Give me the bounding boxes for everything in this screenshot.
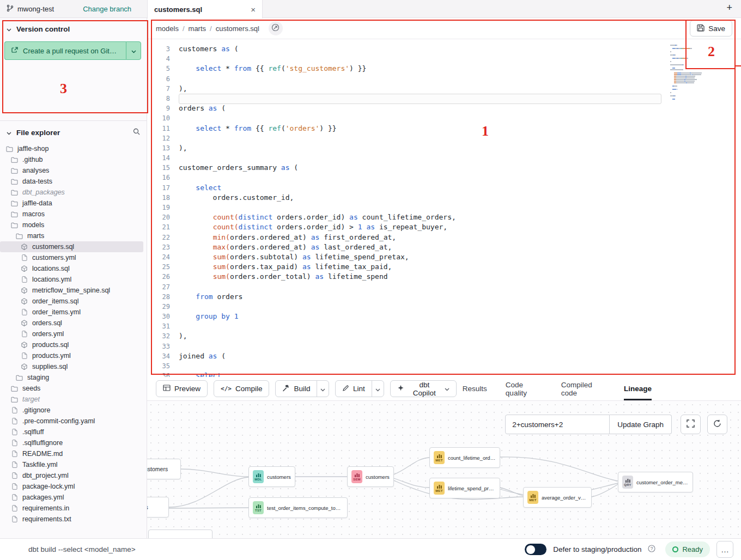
tree-item-models[interactable]: models [0, 220, 143, 230]
tree-item-customers.sql[interactable]: customers.sql [0, 241, 143, 252]
tree-item-data-tests[interactable]: data-tests [0, 176, 143, 187]
lineage-node-stg_customers[interactable]: stg_customers [147, 459, 181, 479]
lint-options-button[interactable] [372, 381, 384, 397]
code-line-5[interactable]: 5 select * from {{ ref('stg_customers') … [147, 64, 741, 74]
tree-item-packages.yml[interactable]: packages.yml [0, 492, 143, 503]
tree-item-.github[interactable]: .github [0, 154, 143, 165]
lineage-selector-input[interactable] [505, 415, 610, 434]
lineage-node-orders[interactable]: orders [147, 497, 169, 518]
tab-code-quality[interactable]: Code quality [506, 377, 543, 400]
build-button[interactable]: Build [276, 381, 317, 397]
code-line-11[interactable]: 11 select * from {{ ref('orders') }} [147, 124, 741, 133]
tab-lineage[interactable]: Lineage [624, 377, 652, 400]
code-line-9[interactable]: 9orders as ( [147, 104, 741, 113]
fullscreen-button[interactable] [681, 415, 701, 434]
project-branch[interactable]: mwong-test Change branch [7, 0, 131, 18]
tree-item-Taskfile.yml[interactable]: Taskfile.yml [0, 459, 143, 470]
compile-button[interactable]: </> Compile [214, 380, 269, 397]
lineage-node-partial[interactable] [148, 529, 212, 538]
tree-item-jaffle-data[interactable]: jaffle-data [0, 198, 143, 209]
version-control-header[interactable]: Version control [0, 18, 147, 38]
code-line-23[interactable]: 23 max(orders.ordered_at) as last_ordere… [147, 242, 741, 252]
code-line-6[interactable]: 6 [147, 74, 741, 84]
close-tab-icon[interactable]: × [251, 5, 256, 14]
tree-item-marts[interactable]: marts [0, 230, 143, 241]
code-line-35[interactable]: 35 [147, 361, 741, 371]
tree-item-locations.yml[interactable]: locations.yml [0, 274, 143, 285]
tree-item-requirements.txt[interactable]: requirements.txt [0, 514, 143, 525]
lineage-node-count_lifetime_orders[interactable]: METcount_lifetime_orders [429, 447, 500, 468]
lineage-node-average_order_value[interactable]: METaverage_order_value [523, 487, 592, 508]
code-line-36[interactable]: 36 select [147, 371, 741, 377]
code-line-28[interactable]: 28 from orders [147, 292, 741, 302]
tree-item-requirements.in[interactable]: requirements.in [0, 503, 143, 514]
tree-item-customers.yml[interactable]: customers.yml [0, 252, 143, 263]
tree-item-seeds[interactable]: seeds [0, 383, 143, 394]
code-line-13[interactable]: 13), [147, 143, 741, 153]
code-line-27[interactable]: 27 [147, 282, 741, 292]
code-line-33[interactable]: 33 [147, 342, 741, 351]
tree-item-order_items.sql[interactable]: order_items.sql [0, 296, 143, 307]
tree-item-macros[interactable]: macros [0, 209, 143, 220]
minimap[interactable] [670, 45, 717, 100]
tree-item-orders.yml[interactable]: orders.yml [0, 328, 143, 339]
refresh-button[interactable] [707, 415, 727, 434]
tree-item-locations.sql[interactable]: locations.sql [0, 263, 143, 274]
code-line-21[interactable]: 21 count(distinct orders.order_id) > 1 a… [147, 222, 741, 232]
code-line-29[interactable]: 29 [147, 302, 741, 312]
tree-item-analyses[interactable]: analyses [0, 165, 143, 176]
tree-item-.sqlfluff[interactable]: .sqlfluff [0, 427, 143, 437]
search-icon[interactable] [133, 128, 140, 137]
tree-item-staging[interactable]: staging [0, 372, 143, 383]
code-line-30[interactable]: 30 group by 1 [147, 312, 741, 321]
code-line-10[interactable]: 10 [147, 113, 741, 123]
code-line-18[interactable]: 18 orders.customer_id, [147, 193, 741, 203]
code-line-24[interactable]: 24 sum(orders.subtotal) as lifetime_spen… [147, 252, 741, 262]
lineage-node-test_order_items_compute_to_bools[interactable]: TSTtest_order_items_compute_to_bools… [248, 497, 348, 518]
code-line-15[interactable]: 15customer_orders_summary as ( [147, 163, 741, 173]
code-editor[interactable]: 3customers as (45 select * from {{ ref('… [147, 39, 741, 377]
preview-button[interactable]: Preview [156, 380, 208, 397]
code-line-31[interactable]: 31 [147, 321, 741, 331]
save-button[interactable]: Save [690, 20, 732, 36]
tree-item-metricflow_time_spine.sql[interactable]: metricflow_time_spine.sql [0, 285, 143, 296]
lineage-node-customers[interactable]: SEMcustomers [347, 466, 394, 487]
lineage-node-customer_order_metrics[interactable]: QRYcustomer_order_metrics [618, 472, 693, 492]
build-options-button[interactable] [317, 381, 329, 397]
tree-item-package-lock.yml[interactable]: package-lock.yml [0, 481, 143, 492]
create-pull-request-button[interactable]: Create a pull request on Git… [4, 41, 126, 60]
tree-item-jaffle-shop[interactable]: jaffle-shop [0, 143, 143, 154]
code-line-26[interactable]: 26 sum(orders.order_total) as lifetime_s… [147, 272, 741, 282]
tree-item-README.md[interactable]: README.md [0, 448, 143, 459]
lineage-node-lifetime_spend_pretax[interactable]: METlifetime_spend_pretax [429, 478, 500, 498]
tree-item-products.sql[interactable]: products.sql [0, 339, 143, 350]
tree-item-.gitignore[interactable]: .gitignore [0, 405, 143, 416]
breadcrumb-models[interactable]: models [156, 25, 179, 33]
defer-toggle[interactable] [525, 544, 546, 555]
code-line-3[interactable]: 3customers as ( [147, 44, 741, 54]
code-line-25[interactable]: 25 sum(orders.tax_paid) as lifetime_tax_… [147, 262, 741, 272]
tree-item-products.yml[interactable]: products.yml [0, 350, 143, 361]
help-icon[interactable]: ? [648, 545, 655, 555]
new-tab-button[interactable]: + [726, 2, 732, 14]
view-changes-button[interactable] [269, 21, 283, 35]
code-line-32[interactable]: 32), [147, 331, 741, 341]
code-line-34[interactable]: 34joined as ( [147, 351, 741, 361]
tree-item-supplies.sql[interactable]: supplies.sql [0, 361, 143, 372]
code-line-12[interactable]: 12 [147, 133, 741, 143]
breadcrumb-marts[interactable]: marts [189, 25, 206, 33]
code-line-17[interactable]: 17 select [147, 183, 741, 193]
code-line-19[interactable]: 19 [147, 203, 741, 212]
dbt-copilot-button[interactable]: dbt Copilot [390, 380, 457, 397]
pull-request-options-button[interactable] [126, 41, 141, 60]
tree-item-order_items.yml[interactable]: order_items.yml [0, 307, 143, 318]
tree-item-orders.sql[interactable]: orders.sql [0, 318, 143, 328]
lineage-node-customers[interactable]: MDLcustomers [248, 466, 295, 487]
lint-button[interactable]: Lint [336, 381, 372, 397]
tree-item-target[interactable]: target [0, 394, 143, 405]
change-branch-link[interactable]: Change branch [83, 5, 131, 13]
overflow-menu-button[interactable]: … [716, 541, 733, 558]
tree-item-dbt_project.yml[interactable]: dbt_project.yml [0, 470, 143, 481]
tab-compiled-code[interactable]: Compiled code [561, 377, 605, 400]
tab-results[interactable]: Results [463, 377, 487, 400]
